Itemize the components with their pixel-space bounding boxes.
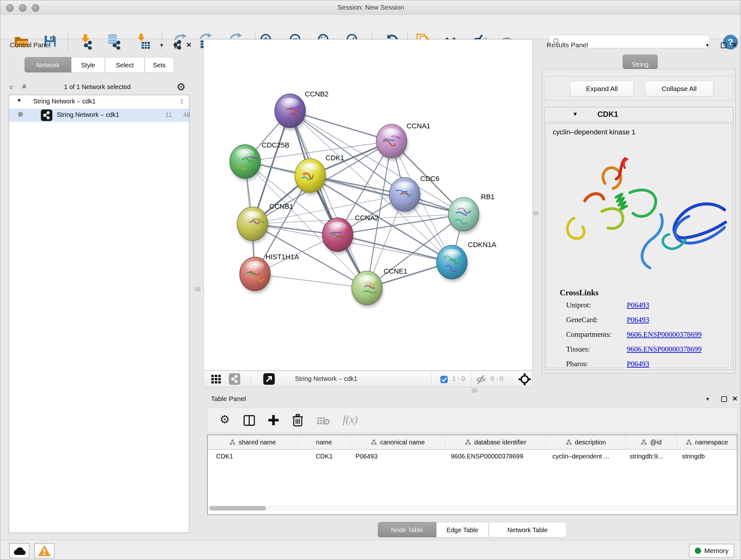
network-node-label: HIST1H1A [266, 253, 299, 261]
network-node[interactable] [275, 94, 307, 130]
tab-network-table[interactable]: Network Table [488, 522, 566, 537]
network-node[interactable] [295, 159, 327, 195]
table-panel: Table Panel ▼ ✕ ⚙ f(x) shared name name … [204, 393, 741, 540]
column-header[interactable]: name [298, 435, 350, 449]
network-selection-row: » » 1 of 1 Network selected ⚙ [3, 82, 191, 94]
separator [251, 372, 251, 386]
table-header-row: shared name name canonical name database… [208, 435, 737, 449]
crosslink-link[interactable]: 9606.ENSP00000378699 [627, 345, 702, 354]
tree-expand-icon[interactable]: ▼ [17, 98, 22, 104]
tab-edge-table[interactable]: Edge Table [436, 522, 488, 537]
separator [431, 372, 431, 386]
crosslink-label: Compartments: [566, 330, 611, 338]
scrollbar-handle[interactable] [209, 506, 266, 510]
network-node-label: RB1 [481, 193, 495, 201]
network-node-label: CDC6 [420, 175, 440, 183]
network-node[interactable] [448, 197, 480, 234]
collapse-section-icon[interactable]: ▼ [572, 111, 578, 118]
collapse-all-icon[interactable]: » [7, 85, 17, 89]
right-divider-handle[interactable] [533, 211, 539, 215]
tab-node-table[interactable]: Node Table [378, 522, 436, 537]
panel-float-icon[interactable] [721, 396, 727, 402]
column-header[interactable]: canonical name [350, 435, 446, 449]
network-node[interactable] [436, 245, 468, 282]
gene-section-header[interactable]: ▼ CDK1 [544, 107, 733, 122]
hierarchy-icon [465, 439, 471, 445]
network-node[interactable] [240, 257, 271, 294]
cell-id: stringdb:9... [626, 449, 677, 463]
panel-float-icon[interactable] [175, 43, 180, 48]
network-edge[interactable] [255, 274, 367, 288]
crosslink-label: Tissues: [566, 345, 590, 353]
hidden-count: 0 - 0 [490, 375, 503, 382]
horizontal-divider-handle[interactable] [472, 388, 477, 393]
network-node-label: CCNB1 [269, 202, 293, 210]
column-header[interactable]: @id [626, 435, 677, 449]
network-view[interactable]: CCNB2CCNA1CDC25BCDK1CDC6RB1CCNB1CCNA2CDK… [204, 39, 533, 371]
left-divider-handle[interactable] [195, 287, 200, 291]
network-node[interactable] [237, 207, 269, 243]
string-results-container: Expand All Collapse All ▼ CDK1 cyclin–de… [542, 69, 736, 374]
hierarchy-icon [566, 439, 572, 445]
panel-close-icon[interactable]: ✕ [732, 395, 738, 402]
add-column-icon[interactable] [267, 414, 280, 426]
node-table: shared name name canonical name database… [207, 435, 738, 515]
tab-sets[interactable]: Sets [145, 57, 174, 72]
network-share-icon[interactable] [229, 373, 240, 385]
network-node-label: CCNB2 [305, 90, 329, 98]
crosslink-link[interactable]: P06493 [627, 301, 649, 309]
column-header[interactable]: description [546, 435, 626, 449]
network-node[interactable] [322, 218, 354, 254]
column-header[interactable]: database identifier [446, 435, 546, 449]
cloud-icon [12, 545, 26, 556]
selected-checkbox-icon[interactable] [440, 375, 448, 383]
column-header[interactable]: namespace [677, 435, 737, 449]
table-options-gear-icon[interactable]: ⚙ [219, 415, 230, 424]
navigator-crosshair-icon[interactable] [518, 373, 531, 386]
show-columns-icon[interactable] [243, 415, 255, 426]
hierarchy-icon [371, 439, 377, 445]
column-header[interactable]: shared name [208, 435, 298, 449]
panel-float-icon[interactable] [721, 43, 727, 48]
network-node-label: CDK1 [326, 154, 344, 162]
network-edge[interactable] [338, 235, 452, 262]
panel-close-icon[interactable]: ✕ [186, 41, 192, 49]
collapse-all-button[interactable]: Collapse All [645, 81, 714, 97]
warnings-button[interactable] [34, 543, 55, 558]
cell-namespace: stringdb [677, 449, 737, 463]
panel-menu-icon[interactable]: ▼ [705, 43, 710, 48]
open-in-window-icon[interactable] [263, 373, 275, 385]
expand-all-button[interactable]: Expand All [570, 81, 634, 97]
network-node[interactable] [376, 124, 408, 161]
network-edge[interactable] [290, 111, 367, 288]
delete-column-trash-icon[interactable] [292, 414, 304, 427]
panel-menu-icon[interactable]: ▼ [159, 43, 164, 48]
network-canvas-svg: CCNB2CCNA1CDC25BCDK1CDC6RB1CCNB1CCNA2CDK… [204, 40, 532, 370]
crosslink-link[interactable]: P06493 [627, 360, 649, 368]
tab-style[interactable]: Style [71, 57, 105, 72]
network-node[interactable] [352, 271, 383, 307]
gene-description: cyclin–dependent kinase 1 [553, 128, 635, 136]
crosslink-label: GeneCard: [566, 316, 598, 324]
network-options-gear-icon[interactable]: ⚙ [177, 82, 186, 91]
panel-close-icon[interactable]: ✕ [732, 41, 738, 49]
expand-all-icon[interactable]: » [19, 85, 29, 89]
table-row[interactable]: CDK1 CDK1 P06493 9606.ENSP00000378699 cy… [208, 449, 737, 463]
network-row-selected[interactable]: String Network – cdk1 11 48 [9, 109, 189, 122]
grid-view-icon[interactable] [211, 374, 221, 384]
panel-menu-icon[interactable]: ▼ [705, 396, 710, 401]
tab-select[interactable]: Select [105, 57, 145, 72]
crosslink-link[interactable]: 9606.ENSP00000378699 [627, 330, 702, 339]
collection-count: 1 [180, 98, 184, 105]
network-collection-row[interactable]: ▼ String Network – cdk1 1 [9, 95, 189, 109]
table-horizontal-scrollbar[interactable] [208, 505, 736, 511]
network-node[interactable] [230, 145, 261, 181]
control-panel: Control Panel ▼ ✕ Network Style Select S… [3, 39, 191, 537]
cloud-status-button[interactable] [9, 543, 30, 558]
tab-network[interactable]: Network [24, 57, 71, 72]
tab-string[interactable]: String [623, 55, 658, 69]
application-window: Session: New Session [0, 0, 741, 560]
memory-button[interactable]: Memory [689, 544, 734, 558]
results-panel-title: Results Panel [547, 41, 588, 49]
crosslink-link[interactable]: P06493 [627, 316, 649, 324]
